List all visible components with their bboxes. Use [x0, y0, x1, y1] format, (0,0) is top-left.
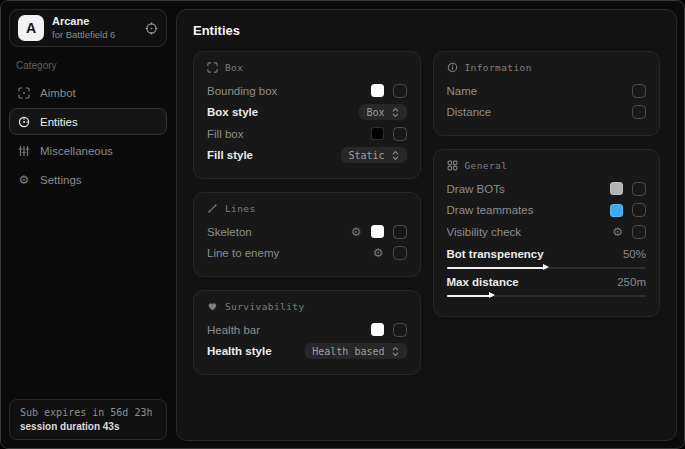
card-header-survivability: Survivability [207, 301, 407, 312]
health-style-selected-value: Health based [312, 346, 384, 357]
card-general: General Draw BOTs Draw teammates Visibil… [433, 149, 661, 317]
row-health-bar: Health bar [207, 319, 407, 341]
main-area: Entities Box Bounding box Box style Box … [175, 1, 684, 448]
card-header-lines: Lines [207, 203, 407, 214]
distance-label: Distance [447, 106, 625, 118]
session-duration-text: session duration 43s [20, 421, 156, 432]
app-meta: Arcane for Battlefield 6 [52, 15, 115, 41]
row-name: Name [447, 80, 647, 102]
distance-checkbox[interactable] [632, 105, 646, 119]
card-box: Box Bounding box Box style Box Fill box … [193, 51, 421, 179]
sub-expires-text: Sub expires in 56d 23h [20, 407, 156, 418]
card-header-box: Box [207, 62, 407, 73]
box-style-select[interactable]: Box [359, 104, 406, 120]
row-fill-style: Fill style Static [207, 145, 407, 167]
line-to-enemy-checkbox[interactable] [393, 246, 407, 260]
skeleton-label: Skeleton [207, 226, 343, 238]
card-header-information: Information [447, 62, 647, 73]
entities-panel: Entities Box Bounding box Box style Box … [176, 9, 677, 441]
sidebar-item-label: Settings [40, 174, 82, 186]
row-bounding-box: Bounding box [207, 80, 407, 102]
line-to-enemy-settings-gear-icon[interactable]: ⚙ [373, 247, 384, 259]
sidebar-item-miscellaneous[interactable]: Miscellaneous [9, 137, 167, 164]
health-style-label: Health style [207, 345, 297, 357]
draw-bots-checkbox[interactable] [632, 182, 646, 196]
card-title: Box [225, 62, 243, 73]
box-style-selected-value: Box [366, 107, 384, 118]
name-checkbox[interactable] [632, 84, 646, 98]
row-bot-transpenency: Bot transpenency 50% [447, 248, 647, 269]
row-draw-teammates: Draw teammates [447, 200, 647, 222]
name-label: Name [447, 85, 625, 97]
visibility-check-settings-gear-icon[interactable]: ⚙ [612, 226, 623, 238]
row-box-style: Box style Box [207, 102, 407, 124]
draw-teammates-checkbox[interactable] [632, 203, 646, 217]
health-bar-checkbox[interactable] [393, 323, 407, 337]
sidebar-nav: Aimbot Entities Miscellaneous⚙ Settings [9, 79, 167, 193]
health-bar-color-swatch[interactable] [371, 323, 384, 336]
row-fill-box: Fill box [207, 123, 407, 145]
crosshair-icon[interactable] [145, 22, 158, 35]
max-distance-slider-fill [447, 295, 493, 297]
row-draw-bots: Draw BOTs [447, 178, 647, 200]
page-title: Entities [193, 23, 660, 38]
bot-transpenency-slider[interactable] [447, 267, 647, 269]
box-corners-icon [207, 62, 218, 73]
fill-box-label: Fill box [207, 128, 363, 140]
card-title: Information [465, 62, 532, 73]
card-title: General [465, 160, 508, 171]
visibility-check-checkbox[interactable] [632, 225, 646, 239]
right-column: Information Name Distance General Draw B… [433, 51, 661, 317]
fill-box-checkbox[interactable] [393, 127, 407, 141]
sidebar: A Arcane for Battlefield 6 Category Aimb… [1, 1, 175, 448]
draw-teammates-color-swatch[interactable] [610, 204, 623, 217]
bounding-box-color-swatch[interactable] [371, 84, 384, 97]
bot-transpenency-label: Bot transpenency [447, 248, 544, 260]
sidebar-item-aimbot[interactable]: Aimbot [9, 79, 167, 106]
general-grid-icon [447, 160, 458, 171]
subscription-card: Sub expires in 56d 23h session duration … [9, 399, 167, 440]
sidebar-item-settings[interactable]: ⚙ Settings [9, 166, 167, 193]
max-distance-label: Max distance [447, 276, 519, 288]
app-avatar: A [18, 15, 44, 41]
row-max-distance: Max distance 250m [447, 276, 647, 297]
app-subtitle: for Battlefield 6 [52, 29, 115, 41]
chevrons-updown-icon [391, 150, 400, 161]
bounding-box-label: Bounding box [207, 85, 363, 97]
row-distance: Distance [447, 102, 647, 124]
max-distance-value: 250m [617, 276, 646, 288]
health-style-select[interactable]: Health based [305, 343, 406, 359]
draw-bots-color-swatch[interactable] [610, 182, 623, 195]
fill-style-select[interactable]: Static [341, 147, 406, 163]
card-survivability: Survivability Health bar Health style He… [193, 290, 421, 375]
max-distance-slider[interactable] [447, 295, 647, 297]
card-title: Survivability [225, 301, 305, 312]
health-bar-label: Health bar [207, 324, 363, 336]
row-visibility-check: Visibility check ⚙ [447, 221, 647, 243]
skeleton-checkbox[interactable] [393, 225, 407, 239]
heart-icon [207, 301, 218, 312]
gear-icon: ⚙ [17, 174, 31, 186]
card-information: Information Name Distance [433, 51, 661, 136]
app-name: Arcane [52, 15, 115, 29]
skeleton-settings-gear-icon[interactable]: ⚙ [351, 226, 362, 238]
fill-style-selected-value: Static [348, 150, 384, 161]
fill-box-color-swatch[interactable] [371, 127, 384, 140]
bounding-box-checkbox[interactable] [393, 84, 407, 98]
max-distance-slider-thumb[interactable] [489, 292, 495, 298]
bot-transpenency-slider-thumb[interactable] [543, 264, 549, 270]
left-column: Box Bounding box Box style Box Fill box … [193, 51, 421, 375]
sidebar-item-label: Aimbot [40, 87, 76, 99]
sidebar-item-label: Miscellaneous [40, 145, 113, 157]
category-label: Category [16, 60, 167, 71]
card-title: Lines [225, 203, 256, 214]
fill-style-label: Fill style [207, 149, 333, 161]
sidebar-item-entities[interactable]: Entities [9, 108, 167, 135]
bot-transpenency-slider-fill [447, 267, 547, 269]
visibility-check-label: Visibility check [447, 226, 605, 238]
draw-bots-label: Draw BOTs [447, 183, 603, 195]
bot-transpenency-value: 50% [623, 248, 646, 260]
row-skeleton: Skeleton ⚙ [207, 221, 407, 243]
skeleton-color-swatch[interactable] [371, 225, 384, 238]
box-style-label: Box style [207, 106, 351, 118]
